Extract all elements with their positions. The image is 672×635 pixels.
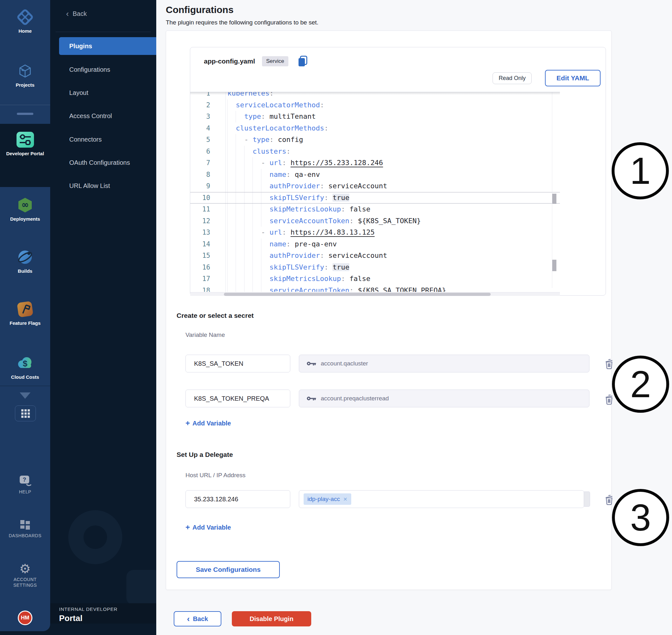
- sidebar-item-account-settings[interactable]: ⚙ ACCOUNT SETTINGS: [0, 561, 50, 588]
- chevron-left-icon: ‹: [66, 9, 69, 18]
- dashboards-icon: [0, 520, 50, 531]
- code-line-1: 1kubernetes:: [190, 92, 560, 100]
- sidebar-item-projects[interactable]: Projects: [0, 63, 50, 88]
- secret-select-1[interactable]: account.qacluster: [299, 355, 589, 372]
- sidebar-item-layout[interactable]: Layout: [69, 89, 152, 96]
- configurations-card: app-config.yaml Service Read Only Edit Y…: [166, 30, 612, 590]
- yaml-editor: app-config.yaml Service Read Only Edit Y…: [190, 47, 606, 295]
- service-badge: Service: [262, 56, 288, 66]
- developer-portal-icon: [0, 131, 50, 148]
- sidebar-item-help[interactable]: ? HELP: [0, 475, 50, 495]
- filename: app-config.yaml: [204, 58, 255, 65]
- read-only-badge: Read Only: [493, 72, 532, 84]
- sidebar-collapse-divider[interactable]: [0, 105, 50, 124]
- footer-product-label: INTERNAL DEVELOPER: [59, 607, 117, 612]
- feature-flags-icon: [0, 301, 50, 318]
- annotation-circle-2: 2: [612, 356, 669, 413]
- sidebar-item-builds[interactable]: Builds: [0, 249, 50, 274]
- code-line-4: 4 clusterLocatorMethods:: [190, 123, 560, 134]
- variable-name-input-1[interactable]: K8S_SA_TOKEN: [186, 355, 290, 372]
- vertical-scrollbar-thumb[interactable]: [552, 194, 557, 204]
- cloud-costs-icon: $: [0, 355, 50, 371]
- editor-header: app-config.yaml Service Read Only Edit Y…: [190, 47, 606, 92]
- remove-tag-icon[interactable]: ✕: [343, 496, 347, 502]
- collapse-dash-icon: [17, 113, 33, 115]
- plugin-sidebar: ‹Back Plugins Configurations Layout Acce…: [50, 0, 156, 635]
- gear-icon: ⚙: [0, 561, 50, 575]
- plus-icon: +: [186, 523, 190, 531]
- save-configurations-button[interactable]: Save Configurations: [177, 561, 280, 578]
- host-url-input[interactable]: 35.233.128.246: [186, 490, 290, 508]
- delete-delegate-icon[interactable]: [604, 494, 614, 505]
- sidebar-item-plugins[interactable]: Plugins: [69, 43, 152, 50]
- key-icon: [307, 396, 316, 401]
- secrets-heading: Create or select a secret: [177, 312, 254, 320]
- page-subtitle: The plugin requires the following config…: [166, 19, 319, 26]
- tags-input-nub[interactable]: [584, 491, 590, 507]
- sidebar-item-url-allow-list[interactable]: URL Allow List: [69, 182, 152, 190]
- decor-square: [126, 570, 156, 605]
- svg-text:∞: ∞: [21, 199, 28, 210]
- add-variable-link-delegate[interactable]: +Add Variable: [186, 523, 231, 532]
- copy-icon[interactable]: [297, 55, 309, 67]
- variable-name-input-2[interactable]: K8S_SA_TOKEN_PREQA: [186, 390, 290, 407]
- sidebar-item-dashboards[interactable]: DASHBOARDS: [0, 520, 50, 539]
- horizontal-scrollbar[interactable]: [190, 292, 560, 296]
- back-button[interactable]: ‹Back: [174, 611, 221, 627]
- code-line-15: 15 authProvider: serviceAccount: [190, 250, 560, 262]
- builds-icon: [0, 249, 50, 265]
- code-line-17: 17 skipMetricsLookup: false: [190, 273, 560, 285]
- horizontal-scrollbar-thumb[interactable]: [224, 293, 491, 296]
- sidebar-item-oauth-configurations[interactable]: OAuth Configurations: [69, 159, 152, 167]
- sidebar-item-configurations[interactable]: Configurations: [69, 66, 152, 73]
- all-modules-button[interactable]: [15, 406, 36, 421]
- sidebar-item-developer-portal[interactable]: Developer Portal: [0, 131, 50, 156]
- page-title: Configurations: [166, 4, 233, 15]
- delegate-tags-input[interactable]: idp-play-acc ✕: [299, 490, 584, 508]
- sidebar-divider: [56, 32, 151, 32]
- secret-select-2[interactable]: account.preqaclusterread: [299, 390, 589, 407]
- delegate-tag-chip[interactable]: idp-play-acc ✕: [304, 494, 351, 505]
- code-line-3: 3 type: multiTenant: [190, 111, 560, 123]
- edit-yaml-button[interactable]: Edit YAML: [545, 70, 601, 86]
- sidebar-item-access-control[interactable]: Access Control: [69, 112, 152, 120]
- sidebar-item-cloud-costs[interactable]: $ Cloud Costs: [0, 355, 50, 380]
- chevron-left-icon: ‹: [187, 614, 190, 623]
- sidebar-item-deployments[interactable]: ∞ Deployments: [0, 197, 50, 222]
- annotation-circle-1: 1: [612, 142, 669, 199]
- key-icon: [307, 361, 316, 366]
- code-line-18: 18 serviceAccountToken: ${K8S_SA_TOKEN_P…: [190, 285, 560, 292]
- module-sidebar: Home Projects: [0, 0, 50, 635]
- delete-variable-icon-1[interactable]: [604, 358, 614, 370]
- help-chat-icon: ?: [0, 475, 50, 487]
- back-link[interactable]: ‹Back: [66, 9, 87, 19]
- yaml-code-viewport[interactable]: 1kubernetes:2 serviceLocatorMethod:3 typ…: [190, 92, 560, 292]
- code-line-13: 13 - url: https://34.83.13.125: [190, 227, 560, 238]
- annotation-circle-3: 3: [612, 489, 669, 546]
- code-line-7: 7 - url: https://35.233.128.246: [190, 157, 560, 169]
- add-variable-link-secrets[interactable]: +Add Variable: [186, 419, 231, 428]
- disable-plugin-button[interactable]: Disable Plugin: [232, 611, 311, 627]
- code-line-2: 2 serviceLocatorMethod:: [190, 100, 560, 111]
- decor-ring: [68, 510, 122, 564]
- code-line-16: 16 skipTLSVerify: true: [190, 262, 560, 273]
- sidebar-item-home[interactable]: Home: [0, 9, 50, 34]
- code-line-11: 11 skipMetricsLookup: false: [190, 203, 560, 215]
- variable-name-label: Variable Name: [186, 331, 225, 338]
- plus-icon: +: [186, 419, 190, 428]
- user-avatar[interactable]: HM: [18, 611, 32, 625]
- home-icon: [0, 9, 50, 25]
- host-url-label: Host URL / IP Address: [186, 472, 245, 479]
- delete-variable-icon-2[interactable]: [604, 394, 614, 405]
- code-line-14: 14 name: pre-qa-env: [190, 238, 560, 250]
- code-line-6: 6 clusters:: [190, 146, 560, 157]
- svg-text:?: ?: [23, 477, 26, 483]
- footer-product-name: Portal: [59, 613, 83, 623]
- projects-cube-icon: [0, 63, 50, 79]
- sidebar-item-feature-flags[interactable]: Feature Flags: [0, 301, 50, 326]
- vertical-scrollbar-thumb-2[interactable]: [552, 260, 557, 271]
- apps-grid-icon: [21, 409, 30, 418]
- sidebar-item-connectors[interactable]: Connectors: [69, 136, 152, 143]
- delegate-heading: Set Up a Delegate: [177, 451, 233, 458]
- sidebar-expand-strip[interactable]: [0, 386, 50, 404]
